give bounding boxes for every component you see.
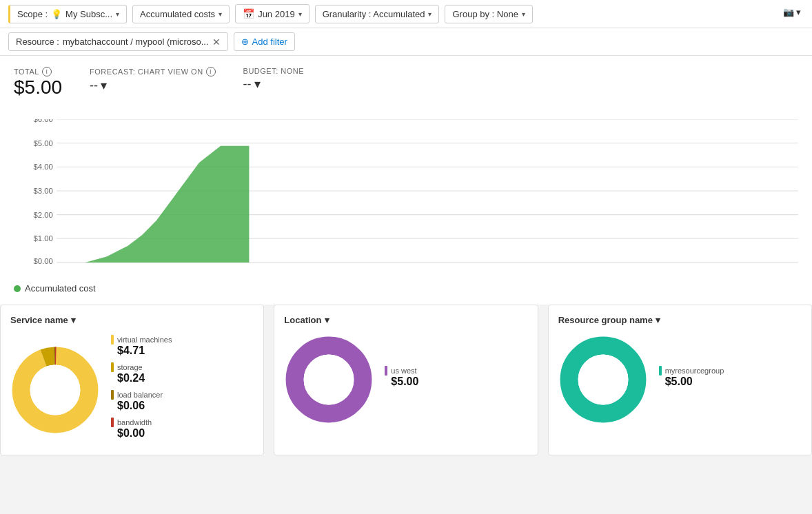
forecast-info-icon[interactable]: i: [206, 67, 216, 76]
svg-text:$1.00: $1.00: [33, 234, 52, 243]
location-label: Location: [284, 315, 321, 325]
resource-group-label: Resource group name: [558, 315, 653, 325]
location-card-body: us west $5.00: [284, 335, 527, 424]
forecast-label: FORECAST: CHART VIEW ON: [90, 68, 203, 76]
location-chevron-icon: ▾: [325, 315, 329, 325]
date-button[interactable]: 📅 Jun 2019 ▾: [235, 4, 309, 23]
svg-point-27: [30, 365, 81, 415]
lb-color-bar: [111, 390, 114, 400]
filter-label: Resource :: [16, 37, 59, 47]
accumulated-cost-legend-label: Accumulated cost: [25, 283, 96, 294]
add-filter-icon: ⊕: [241, 37, 249, 47]
svg-text:$2.00: $2.00: [33, 211, 52, 219]
download-chevron-icon: ▾: [796, 7, 801, 17]
service-name-card-body: virtual machines $4.71 storage $0.24 loa…: [10, 335, 254, 445]
myrg-color-bar: [659, 366, 662, 376]
legend-item-lb: load balancer $0.06: [111, 390, 254, 412]
scope-chevron-icon: ▾: [116, 10, 119, 18]
svg-text:$4.00: $4.00: [33, 163, 52, 171]
vm-label: virtual machines: [117, 336, 172, 344]
granularity-button[interactable]: Granularity : Accumulated ▾: [315, 5, 440, 23]
filter-close-button[interactable]: ✕: [212, 37, 221, 47]
forecast-summary: FORECAST: CHART VIEW ON i -- ▾: [90, 67, 216, 93]
groupby-chevron-icon: ▾: [522, 10, 525, 18]
summary-section: TOTAL i $5.00 FORECAST: CHART VIEW ON i …: [0, 56, 812, 99]
service-name-chevron-icon: ▾: [71, 315, 76, 325]
total-value: $5.00: [14, 76, 62, 99]
accumulated-cost-legend-dot: [14, 285, 21, 292]
svg-text:$5.00: $5.00: [33, 139, 52, 147]
svg-text:$3.00: $3.00: [33, 187, 52, 195]
chart-area: $6.00 $5.00 $4.00 $3.00 $2.00 $1.00 $0.0…: [0, 105, 812, 278]
scope-button[interactable]: Scope : 💡 My Subsc... ▾: [8, 5, 127, 23]
resource-group-donut-svg: [558, 335, 648, 424]
uswest-color-bar: [385, 366, 387, 376]
legend-item-myrg: myresourcegroup $5.00: [659, 366, 802, 388]
chart-legend: Accumulated cost: [0, 278, 812, 305]
service-name-card: Service name ▾: [0, 305, 264, 455]
resource-group-card-header[interactable]: Resource group name ▾: [558, 315, 802, 325]
location-card: Location ▾ us west $5.00: [274, 305, 538, 455]
forecast-value: --: [90, 79, 98, 93]
total-label: TOTAL: [14, 68, 39, 76]
resource-group-card-body: myresourcegroup $5.00: [558, 335, 802, 424]
legend-item-uswest: us west $5.00: [385, 366, 527, 388]
resource-group-legend: myresourcegroup $5.00: [659, 366, 802, 393]
budget-chevron-icon[interactable]: ▾: [254, 76, 261, 92]
total-info-icon[interactable]: i: [42, 67, 52, 76]
bw-label: bandwidth: [117, 418, 152, 426]
storage-value: $0.24: [117, 372, 254, 384]
lb-label: load balancer: [117, 391, 163, 399]
add-filter-button[interactable]: ⊕ Add filter: [234, 32, 295, 51]
budget-summary: BUDGET: NONE -- ▾: [243, 67, 305, 92]
budget-label: BUDGET: NONE: [243, 67, 305, 75]
scope-label: Scope :: [17, 9, 48, 19]
service-name-donut: [10, 345, 100, 435]
calendar-icon: 📅: [243, 8, 254, 19]
legend-item-storage: storage $0.24: [111, 362, 254, 384]
costs-chevron-icon: ▾: [219, 10, 222, 18]
add-filter-label: Add filter: [252, 37, 287, 47]
costs-label: Accumulated costs: [140, 9, 215, 19]
total-summary: TOTAL i $5.00: [14, 67, 62, 99]
legend-item-vm: virtual machines $4.71: [111, 335, 254, 357]
myrg-value: $5.00: [665, 376, 802, 388]
bw-value: $0.00: [117, 427, 254, 440]
service-name-donut-svg: [10, 345, 100, 435]
groupby-label: Group by : None: [452, 9, 518, 19]
uswest-label: us west: [391, 367, 416, 375]
svg-point-29: [304, 355, 354, 405]
location-donut: [284, 335, 374, 424]
forecast-chevron-icon[interactable]: ▾: [101, 78, 107, 93]
download-icon: 📷: [783, 7, 794, 17]
vm-color-bar: [111, 335, 114, 345]
legend-item-bw: bandwidth $0.00: [111, 418, 254, 440]
costs-button[interactable]: Accumulated costs ▾: [132, 5, 230, 23]
svg-marker-14: [85, 146, 249, 263]
cards-section: Service name ▾: [0, 305, 812, 466]
location-donut-svg: [284, 335, 374, 424]
scope-icon: 💡: [51, 9, 62, 19]
area-chart: $6.00 $5.00 $4.00 $3.00 $2.00 $1.00 $0.0…: [14, 119, 798, 264]
myrg-label: myresourcegroup: [665, 367, 724, 375]
service-name-card-header[interactable]: Service name ▾: [10, 315, 254, 325]
svg-text:$0.00: $0.00: [33, 257, 52, 264]
granularity-chevron-icon: ▾: [428, 10, 432, 18]
download-button[interactable]: 📷 ▾: [783, 7, 801, 17]
resource-group-chevron-icon: ▾: [656, 315, 660, 325]
lb-value: $0.06: [117, 400, 254, 412]
date-label: Jun 2019: [258, 9, 295, 19]
bw-color-bar: [111, 418, 114, 427]
resource-group-donut: [558, 335, 648, 424]
location-legend: us west $5.00: [385, 366, 527, 393]
budget-value: --: [243, 77, 252, 92]
service-name-legend: virtual machines $4.71 storage $0.24 loa…: [111, 335, 254, 445]
scope-value: My Subsc...: [65, 9, 112, 19]
groupby-button[interactable]: Group by : None ▾: [445, 5, 532, 23]
uswest-value: $5.00: [391, 376, 527, 388]
svg-point-31: [578, 355, 628, 405]
resource-group-card: Resource group name ▾ myresourcegroup $5…: [548, 305, 812, 455]
filter-value: mybatchaccount / mypool (microso...: [63, 37, 209, 47]
date-chevron-icon: ▾: [298, 10, 302, 18]
location-card-header[interactable]: Location ▾: [284, 315, 527, 325]
